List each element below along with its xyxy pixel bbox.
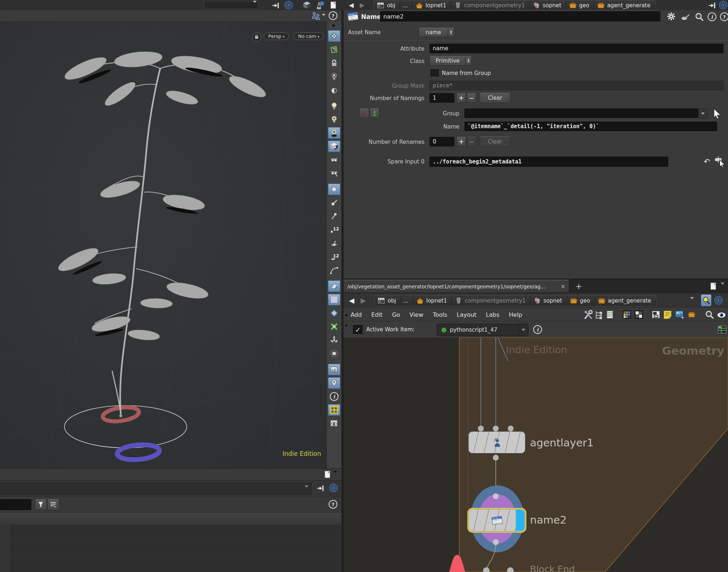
menu-edit[interactable]: Edit: [371, 311, 383, 318]
menu-tools[interactable]: Tools: [433, 311, 447, 318]
work-item-dropdown[interactable]: pythonscript1_47: [437, 324, 529, 336]
spare-input-field[interactable]: ../foreach_begin2_metadata1: [430, 157, 668, 167]
scroll-up-icon[interactable]: ▲: [345, 313, 348, 316]
info-icon[interactable]: i: [707, 12, 717, 21]
radar-icon[interactable]: [328, 483, 339, 493]
show-planes-icon[interactable]: [328, 280, 340, 292]
breadcrumb-item-obj[interactable]: obj: [374, 295, 401, 306]
name-from-group-checkbox[interactable]: [431, 69, 439, 77]
prim-normals-icon[interactable]: [328, 237, 340, 249]
linked-panes-icon[interactable]: [310, 11, 321, 20]
active-work-item-checkbox[interactable]: ✓: [353, 325, 363, 335]
node-name-input[interactable]: name2: [380, 11, 660, 21]
shapes-icon[interactable]: [314, 1, 326, 9]
shade-glasses-wire-icon[interactable]: [328, 167, 340, 179]
menu-labs[interactable]: Labs: [486, 311, 499, 318]
menu-help[interactable]: Help: [509, 311, 522, 318]
spinner-icon[interactable]: ▲▼: [465, 56, 471, 65]
breadcrumb-item-agent-generate[interactable]: agent_generate: [594, 1, 656, 10]
add-naming-button[interactable]: +: [456, 93, 466, 103]
add-image-icon[interactable]: [673, 310, 686, 319]
new-tab-button[interactable]: +: [574, 281, 584, 291]
network-graph[interactable]: Indie Edition Geometry agentlayer1 Hi, m…: [344, 338, 728, 572]
clear-namings-button[interactable]: Clear: [480, 93, 510, 103]
tools-icon[interactable]: [582, 309, 593, 320]
tab-close-icon[interactable]: ×: [561, 283, 565, 290]
cube-icon[interactable]: [301, 1, 312, 9]
node-name2[interactable]: Hi, myname is: [467, 508, 526, 533]
view-diamond-icon[interactable]: [328, 307, 340, 319]
default-light-icon[interactable]: [328, 100, 340, 112]
breadcrumb-item--[interactable]: ...: [399, 1, 413, 10]
page-icon[interactable]: [328, 1, 339, 9]
color-palette-icon[interactable]: [621, 310, 633, 319]
selection-lock-icon[interactable]: [328, 57, 340, 69]
visibility-eye-icon[interactable]: [328, 418, 340, 429]
name-expression-field[interactable]: `@itemname`_`detail(-1, "iteration", 0)`: [464, 122, 717, 131]
chevron-down-icon[interactable]: [518, 324, 528, 336]
radar-icon[interactable]: [713, 295, 724, 305]
menu-add[interactable]: Add: [351, 311, 362, 318]
breadcrumb-item-lopnet1[interactable]: lopnet1: [412, 295, 452, 306]
point-normals-icon[interactable]: [328, 197, 340, 209]
info-icon[interactable]: i: [533, 325, 542, 334]
chevron-down-icon[interactable]: [253, 3, 257, 9]
breadcrumb-item-geo[interactable]: geo: [566, 1, 595, 10]
gear-icon[interactable]: [665, 11, 677, 21]
breadcrumb-item-obj[interactable]: obj: [373, 1, 401, 10]
radar-icon[interactable]: [283, 0, 294, 10]
panel-expand-icon[interactable]: ▶: [328, 22, 340, 28]
chevron-down-icon[interactable]: [690, 299, 694, 306]
breadcrumb-item-lopnet1[interactable]: lopnet1: [412, 1, 452, 10]
background-image-icon[interactable]: [328, 364, 340, 375]
forward-icon[interactable]: ▶: [358, 296, 368, 305]
show-points-icon[interactable]: [328, 184, 340, 195]
breadcrumb-item-componentgeometry1[interactable]: componentgeometry1: [450, 1, 530, 10]
menu-layout[interactable]: Layout: [456, 311, 476, 318]
profile-curve-icon[interactable]: [328, 264, 340, 276]
lock-camera-icon[interactable]: [252, 32, 261, 42]
group-pick-arrow-icon[interactable]: [711, 107, 722, 119]
info-icon[interactable]: i: [328, 391, 340, 402]
breadcrumb-item--[interactable]: ...: [400, 295, 414, 306]
uv-checker-icon[interactable]: [328, 294, 340, 305]
add-light-active-icon[interactable]: [328, 127, 340, 139]
bl-filter-field[interactable]: [0, 499, 31, 510]
find-node-icon[interactable]: [701, 295, 711, 306]
menu-view[interactable]: View: [410, 311, 423, 318]
chevron-down-icon[interactable]: [721, 285, 724, 291]
point-numbers-icon[interactable]: 12: [328, 224, 340, 236]
material-shade-icon[interactable]: ◐: [328, 84, 340, 96]
breadcrumb-item-sopnet[interactable]: sopnet: [529, 1, 567, 10]
secure-selection-icon[interactable]: [328, 44, 340, 55]
group-overlay-icon[interactable]: [328, 321, 340, 332]
pin-icon[interactable]: [315, 483, 325, 493]
add-rename-button[interactable]: +: [456, 137, 466, 146]
component-grid-icon[interactable]: [328, 404, 340, 416]
gallery-box-icon[interactable]: [686, 311, 697, 319]
search-icon[interactable]: [694, 12, 705, 22]
asset-name-dropdown[interactable]: name ▲▼: [419, 28, 454, 37]
remove-rename-button[interactable]: −: [467, 137, 476, 146]
pattern-icon[interactable]: [633, 310, 645, 319]
breadcrumb-item-sopnet[interactable]: sopnet: [530, 295, 567, 306]
camera-pin-icon[interactable]: [328, 377, 340, 389]
visibility-icon[interactable]: [715, 310, 727, 319]
view-layout-icon[interactable]: [328, 30, 340, 42]
clear-renames-button[interactable]: Clear: [480, 137, 510, 147]
attribute-field[interactable]: name: [430, 44, 724, 53]
pin-icon[interactable]: [270, 1, 281, 9]
display-cube-icon[interactable]: [328, 141, 340, 152]
radar-icon[interactable]: [719, 0, 728, 10]
revert-arrow-icon[interactable]: ↶: [702, 157, 712, 167]
list-options-button[interactable]: [47, 499, 59, 510]
spinner-icon[interactable]: ▲▼: [448, 28, 454, 37]
help-icon[interactable]: ?: [719, 12, 728, 21]
delete-naming-button[interactable]: ✕: [360, 109, 369, 118]
brush-icon[interactable]: [678, 12, 692, 21]
node-pick-icon[interactable]: [713, 155, 726, 167]
class-dropdown[interactable]: Primitive ▲▼: [430, 56, 472, 66]
menu-go[interactable]: Go: [392, 311, 400, 318]
shade-glasses-icon[interactable]: [328, 154, 340, 166]
breadcrumb-item-geo[interactable]: geo: [566, 295, 596, 306]
